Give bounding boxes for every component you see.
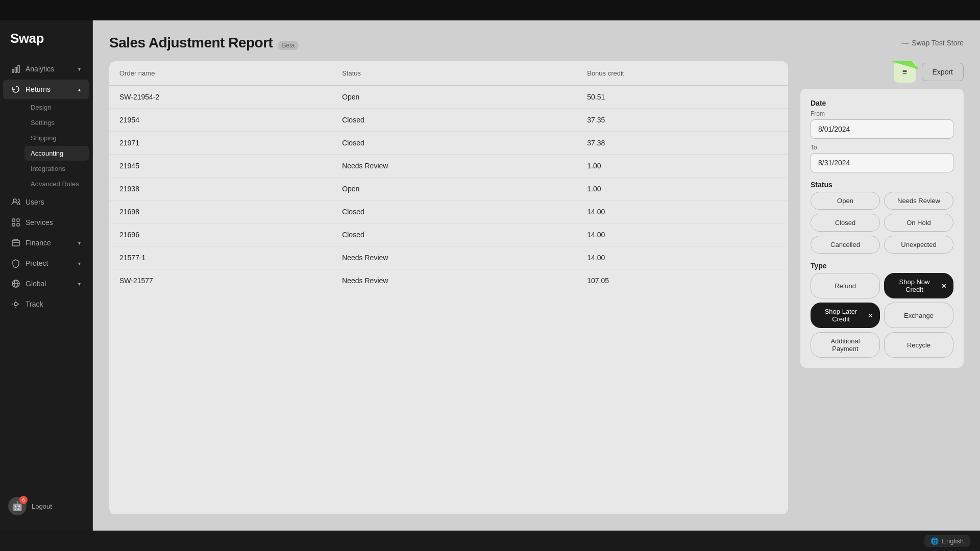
table-row[interactable]: 21696 Closed 14.00 <box>109 223 788 246</box>
cell-bonus: 1.00 <box>577 155 788 178</box>
globe-icon: 🌐 <box>930 537 939 545</box>
cell-status: Open <box>332 86 577 109</box>
returns-submenu: Design Settings Shipping Accounting Inte… <box>0 99 92 192</box>
sidebar-item-finance-label: Finance <box>26 239 51 247</box>
chart-icon <box>11 64 20 73</box>
main-header: Sales Adjustment Report Beta Swap Test S… <box>93 20 980 61</box>
page-title: Sales Adjustment Report <box>109 35 273 51</box>
cell-bonus: 1.00 <box>577 178 788 201</box>
beta-badge: Beta <box>278 41 299 50</box>
svg-point-3 <box>13 199 16 202</box>
table-section: Order name Status Bonus credit SW-21954-… <box>109 61 788 514</box>
svg-rect-4 <box>12 219 15 221</box>
cell-bonus: 107.05 <box>577 269 788 292</box>
finance-icon <box>11 238 20 247</box>
export-button[interactable]: Export <box>922 63 964 81</box>
date-section-label: Date <box>811 99 953 107</box>
status-btn-needs-review[interactable]: Needs Review <box>884 192 953 210</box>
type-section: Type Refund Shop Now Credit ✕ Shop Later… <box>811 262 953 358</box>
table-row[interactable]: 21971 Closed 37.38 <box>109 132 788 155</box>
sidebar-item-analytics[interactable]: Analytics ▾ <box>3 59 89 79</box>
svg-rect-5 <box>17 219 19 221</box>
sidebar: Swap Analytics ▾ Returns ▴ <box>0 20 92 531</box>
status-btn-unexpected[interactable]: Unexpected <box>884 236 953 254</box>
cell-order-name: SW-21954-2 <box>109 86 332 109</box>
chevron-up-icon: ▴ <box>78 87 81 92</box>
type-btn-refund[interactable]: Refund <box>811 273 880 298</box>
date-to-input[interactable] <box>811 153 953 172</box>
table-row[interactable]: 21577-1 Needs Review 14.00 <box>109 246 788 269</box>
cell-bonus: 14.00 <box>577 201 788 223</box>
table-row[interactable]: SW-21954-2 Open 50.51 <box>109 86 788 109</box>
sidebar-sub-accounting[interactable]: Accounting <box>24 146 89 161</box>
remove-shop-now-icon: ✕ <box>941 282 947 290</box>
cell-status: Needs Review <box>332 155 577 178</box>
svg-rect-6 <box>12 223 15 226</box>
type-btn-recycle[interactable]: Recycle <box>884 332 953 358</box>
sidebar-item-global-label: Global <box>26 280 46 288</box>
filter-panel: ≡ Export Date From To Status <box>800 61 964 514</box>
sidebar-sub-integrations[interactable]: Integrations <box>24 161 89 176</box>
filter-card: Date From To Status Open Needs Review Cl… <box>800 89 964 368</box>
filter-top-row: ≡ Export <box>800 61 964 83</box>
sidebar-sub-shipping[interactable]: Shipping <box>24 131 89 145</box>
type-btn-shop-now-credit[interactable]: Shop Now Credit ✕ <box>884 273 953 298</box>
table-row[interactable]: 21938 Open 1.00 <box>109 178 788 201</box>
status-btn-on-hold[interactable]: On Hold <box>884 214 953 232</box>
table-row[interactable]: 21698 Closed 14.00 <box>109 201 788 223</box>
chevron-down-icon: ▾ <box>78 66 81 72</box>
cell-status: Closed <box>332 201 577 223</box>
returns-icon <box>11 85 20 94</box>
sidebar-item-track-label: Track <box>26 300 43 308</box>
cell-status: Open <box>332 178 577 201</box>
status-btn-open[interactable]: Open <box>811 192 880 210</box>
sidebar-item-track[interactable]: Track <box>3 294 89 314</box>
content-area: Order name Status Bonus credit SW-21954-… <box>93 61 980 531</box>
cell-bonus: 14.00 <box>577 223 788 246</box>
global-icon <box>11 279 20 288</box>
filter-toggle-button[interactable]: ≡ <box>894 61 916 83</box>
track-icon <box>11 299 20 309</box>
sidebar-item-users[interactable]: Users <box>3 192 89 212</box>
sidebar-item-protect[interactable]: Protect ▾ <box>3 254 89 273</box>
table-row[interactable]: SW-21577 Needs Review 107.05 <box>109 269 788 292</box>
sidebar-item-returns-label: Returns <box>26 85 51 93</box>
chevron-down-icon: ▾ <box>78 281 81 287</box>
protect-icon <box>11 259 20 268</box>
type-buttons-grid: Refund Shop Now Credit ✕ Shop Later Cred… <box>811 273 953 358</box>
table-row[interactable]: 21945 Needs Review 1.00 <box>109 155 788 178</box>
date-from-input[interactable] <box>811 119 953 139</box>
cell-order-name: 21954 <box>109 109 332 132</box>
type-btn-exchange[interactable]: Exchange <box>884 303 953 328</box>
page-title-area: Sales Adjustment Report Beta <box>109 35 299 51</box>
cell-status: Closed <box>332 132 577 155</box>
sidebar-item-finance[interactable]: Finance ▾ <box>3 233 89 253</box>
cell-bonus: 37.35 <box>577 109 788 132</box>
store-name: Swap Test Store <box>901 39 964 47</box>
cell-order-name: 21698 <box>109 201 332 223</box>
cell-status: Needs Review <box>332 246 577 269</box>
svg-rect-0 <box>12 69 14 72</box>
sidebar-sub-design[interactable]: Design <box>24 100 89 115</box>
sidebar-sub-advanced-rules[interactable]: Advanced Rules <box>24 177 89 191</box>
cell-order-name: SW-21577 <box>109 269 332 292</box>
sidebar-item-analytics-label: Analytics <box>26 65 54 73</box>
status-btn-cancelled[interactable]: Cancelled <box>811 236 880 254</box>
table-row[interactable]: 21954 Closed 37.35 <box>109 109 788 132</box>
svg-point-13 <box>14 303 17 306</box>
cell-order-name: 21971 <box>109 132 332 155</box>
status-btn-closed[interactable]: Closed <box>811 214 880 232</box>
sidebar-sub-settings[interactable]: Settings <box>24 115 89 130</box>
svg-rect-1 <box>15 67 17 72</box>
sidebar-item-returns[interactable]: Returns ▴ <box>3 80 89 99</box>
status-section: Status Open Needs Review Closed On Hold … <box>811 181 953 254</box>
language-selector[interactable]: 🌐 English <box>924 535 970 547</box>
users-icon <box>11 197 20 207</box>
col-status: Status <box>332 61 577 86</box>
cell-order-name: 21945 <box>109 155 332 178</box>
type-btn-additional-payment[interactable]: Additional Payment <box>811 332 880 358</box>
logout-area[interactable]: 🤖 6 Logout <box>0 492 92 520</box>
sidebar-item-global[interactable]: Global ▾ <box>3 274 89 293</box>
sidebar-item-services[interactable]: Services <box>3 213 89 232</box>
type-btn-shop-later-credit[interactable]: Shop Later Credit ✕ <box>811 303 880 328</box>
